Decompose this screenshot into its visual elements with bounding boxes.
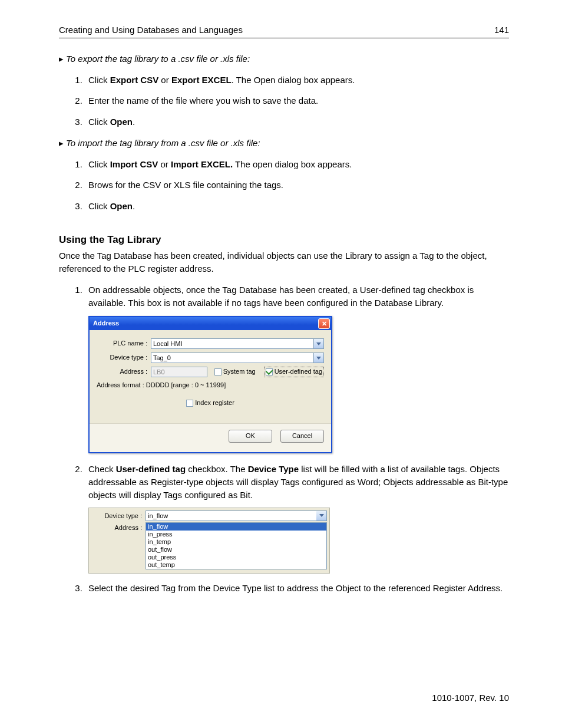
import-heading: ▸To import the tag library from a .csv f… xyxy=(59,137,509,150)
mini-device-type-input[interactable] xyxy=(146,510,316,521)
ok-button[interactable]: OK xyxy=(229,430,272,443)
page-header: Creating and Using Databases and Languag… xyxy=(59,24,509,38)
device-type-label: Device type : xyxy=(97,353,151,363)
plc-name-label: PLC name : xyxy=(97,339,151,348)
device-type-dropdown-panel: Device type : Address : in_flow in_press… xyxy=(88,508,330,574)
section-steps: On addressable objects, once the Tag Dat… xyxy=(85,284,509,594)
mini-address-label: Address : xyxy=(91,522,146,533)
device-type-options-list[interactable]: in_flow in_press in_temp out_flow out_pr… xyxy=(146,522,327,569)
list-item[interactable]: out_temp xyxy=(146,561,326,569)
mini-device-type-label: Device type : xyxy=(91,510,146,521)
list-item[interactable]: out_flow xyxy=(146,546,326,554)
triangle-icon: ▸ xyxy=(59,138,64,148)
section-heading: Using the Tag Library xyxy=(59,233,509,248)
section-step-1: On addressable objects, once the Tag Dat… xyxy=(85,284,509,453)
address-dialog: Address ✕ PLC name : Device type : Addre… xyxy=(88,316,332,453)
close-icon[interactable]: ✕ xyxy=(318,318,330,329)
export-step-1: Click Export CSV or Export EXCEL. The Op… xyxy=(85,74,509,87)
import-step-1: Click Import CSV or Import EXCEL. The op… xyxy=(85,158,509,171)
list-item[interactable]: in_press xyxy=(146,531,326,538)
section-step-2: Check User-defined tag checkbox. The Dev… xyxy=(85,463,509,573)
chapter-title: Creating and Using Databases and Languag… xyxy=(59,24,243,37)
system-tag-checkbox[interactable]: System tag xyxy=(214,367,256,377)
index-register-checkbox[interactable]: Index register xyxy=(186,398,234,408)
device-type-input[interactable] xyxy=(151,353,313,363)
user-defined-tag-checkbox[interactable]: User-defined tag xyxy=(264,367,324,377)
export-heading: ▸To export the tag library to a .csv fil… xyxy=(59,52,509,65)
address-format-text: Address format : DDDDD [range : 0 ~ 1199… xyxy=(97,381,324,390)
triangle-icon: ▸ xyxy=(59,54,64,64)
list-item[interactable]: in_temp xyxy=(146,538,326,546)
page-number: 141 xyxy=(494,24,509,37)
cancel-button[interactable]: Cancel xyxy=(280,430,324,443)
import-step-3: Click Open. xyxy=(85,200,509,213)
mini-dropdown-icon[interactable] xyxy=(316,510,327,521)
import-step-2: Brows for the CSV or XLS file containing… xyxy=(85,179,509,192)
dialog-title: Address xyxy=(93,319,119,328)
plc-dropdown-icon[interactable] xyxy=(313,338,324,349)
export-step-2: Enter the name of the file where you wis… xyxy=(85,94,509,107)
section-intro: Once the Tag Database has been created, … xyxy=(59,249,509,275)
export-steps: Click Export CSV or Export EXCEL. The Op… xyxy=(85,74,509,129)
import-steps: Click Import CSV or Import EXCEL. The op… xyxy=(85,158,509,213)
address-label: Address : xyxy=(97,367,151,377)
plc-name-input[interactable] xyxy=(151,338,313,349)
dialog-titlebar: Address ✕ xyxy=(90,317,331,330)
device-dropdown-icon[interactable] xyxy=(313,353,324,363)
section-step-3: Select the desired Tag from the Device T… xyxy=(85,582,509,595)
export-step-3: Click Open. xyxy=(85,116,509,129)
list-item[interactable]: out_press xyxy=(146,554,326,561)
list-item[interactable]: in_flow xyxy=(146,523,326,531)
address-input[interactable] xyxy=(151,367,207,377)
